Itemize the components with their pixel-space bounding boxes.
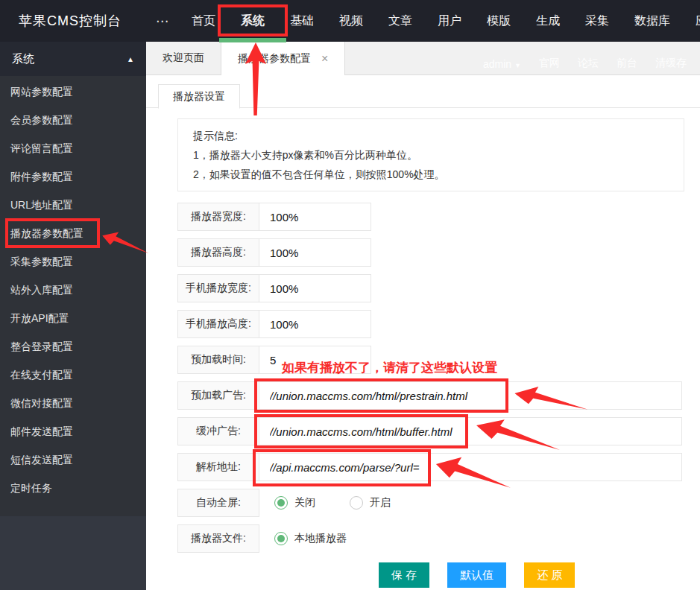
app-logo: 苹果CMS控制台 xyxy=(19,12,122,30)
player-height-input[interactable] xyxy=(259,247,371,259)
player-height-label: 播放器高度: xyxy=(177,238,259,267)
form-content: 提示信息: 1，播放器大小支持px像素和%百分比两种单位。 2，如果设置的值不包… xyxy=(146,108,700,588)
form-buttons: 保 存 默认值 还 原 xyxy=(379,562,700,588)
notice-line-2: 2，如果设置的值不包含任何单位，则按照100%处理。 xyxy=(193,165,669,184)
buffer-ad-input[interactable] xyxy=(259,425,681,438)
auto-fullscreen-label: 自动全屏: xyxy=(177,489,259,517)
radio-on-label: 开启 xyxy=(370,496,391,510)
link-clear-cache[interactable]: 清缓存 xyxy=(655,57,687,70)
save-button[interactable]: 保 存 xyxy=(379,562,429,588)
radio-on-icon[interactable] xyxy=(274,532,288,545)
preload-ad-label: 预加载广告: xyxy=(177,381,259,410)
parse-url-label: 解析地址: xyxy=(177,453,259,481)
nav-item-database[interactable]: 数据库 xyxy=(622,0,683,42)
form-row-player-file: 播放器文件: 本地播放器 xyxy=(177,524,700,553)
sidebar-item-attachment-config[interactable]: 附件参数配置 xyxy=(0,163,146,191)
sidebar-footer xyxy=(0,516,146,590)
mobile-height-input[interactable] xyxy=(259,318,371,331)
more-menu-icon[interactable]: ⋯ xyxy=(156,13,170,29)
player-width-input[interactable] xyxy=(259,211,371,223)
form-row-auto-fullscreen: 自动全屏: 关闭 开启 xyxy=(177,489,700,517)
radio-local-player-label: 本地播放器 xyxy=(294,532,347,545)
buffer-ad-label: 缓冲广告: xyxy=(177,417,259,445)
sidebar-item-external-store-config[interactable]: 站外入库配置 xyxy=(0,276,146,305)
nav-item-video[interactable]: 视频 xyxy=(327,0,376,42)
auto-fullscreen-options: 关闭 开启 xyxy=(274,489,391,517)
sidebar-item-wechat-config[interactable]: 微信对接配置 xyxy=(0,390,146,418)
sidebar-menu: 网站参数配置 会员参数配置 评论留言配置 附件参数配置 URL地址配置 播放器参… xyxy=(0,76,146,503)
form-row-parse-url: 解析地址: xyxy=(177,453,700,481)
preload-ad-input[interactable] xyxy=(259,390,681,402)
restore-button[interactable]: 还 原 xyxy=(524,562,575,588)
preload-time-label: 预加载时间: xyxy=(177,346,259,374)
close-icon[interactable]: × xyxy=(321,52,328,66)
form-row-preload-ad: 预加载广告: xyxy=(177,381,700,410)
nav-item-article[interactable]: 文章 xyxy=(376,0,425,42)
panel-tabs: 播放器设置 xyxy=(146,84,700,108)
form-row-preload-time: 预加载时间: xyxy=(177,346,700,374)
sidebar-group-label: 系统 xyxy=(12,52,34,66)
main-area: 欢迎页面 播放器参数配置 × admin▼ 官网 论坛 前台 清缓存 播放器设置… xyxy=(146,42,700,590)
user-dropdown[interactable]: admin▼ xyxy=(483,58,521,70)
nav-item-home[interactable]: 首页 xyxy=(179,0,228,42)
nav-item-user[interactable]: 用户 xyxy=(425,0,474,42)
radio-option-on[interactable]: 开启 xyxy=(350,496,391,510)
form-row-player-width: 播放器宽度: xyxy=(177,203,700,231)
link-forum[interactable]: 论坛 xyxy=(578,57,599,70)
form-row-mobile-width: 手机播放宽度: xyxy=(177,274,700,302)
mobile-width-label: 手机播放宽度: xyxy=(177,274,259,302)
parse-url-input[interactable] xyxy=(259,461,681,474)
user-toolbar: admin▼ 官网 论坛 前台 清缓存 xyxy=(483,42,687,75)
sidebar-item-url-config[interactable]: URL地址配置 xyxy=(0,191,146,220)
form-row-buffer-ad: 缓冲广告: xyxy=(177,417,700,445)
notice-line-1: 1，播放器大小支持px像素和%百分比两种单位。 xyxy=(193,145,669,165)
mobile-width-input[interactable] xyxy=(259,282,371,295)
player-width-label: 播放器宽度: xyxy=(177,203,259,231)
sidebar-item-collect-config[interactable]: 采集参数配置 xyxy=(0,248,146,276)
sidebar-item-open-api-config[interactable]: 开放API配置 xyxy=(0,305,146,333)
form-row-player-height: 播放器高度: xyxy=(177,238,700,267)
mobile-height-label: 手机播放高度: xyxy=(177,310,259,338)
radio-off-icon[interactable] xyxy=(350,496,363,510)
sidebar-item-integrated-login-config[interactable]: 整合登录配置 xyxy=(0,333,146,361)
sidebar-item-player-config-label: 播放器参数配置 xyxy=(10,227,83,241)
radio-option-off[interactable]: 关闭 xyxy=(274,496,315,510)
link-frontend[interactable]: 前台 xyxy=(617,57,637,70)
nav-item-basic[interactable]: 基础 xyxy=(277,0,327,42)
sidebar-item-player-config[interactable]: 播放器参数配置 xyxy=(0,220,146,248)
sidebar-item-cron-task[interactable]: 定时任务 xyxy=(0,475,146,503)
nav-item-system[interactable]: 系统 xyxy=(228,0,277,42)
chevron-up-icon: ▲ xyxy=(127,55,134,63)
nav-item-template[interactable]: 模版 xyxy=(474,0,523,42)
nav-item-system-label: 系统 xyxy=(241,13,265,29)
sidebar-item-email-config[interactable]: 邮件发送配置 xyxy=(0,418,146,446)
sidebar-item-member-config[interactable]: 会员参数配置 xyxy=(0,107,146,135)
link-official-site[interactable]: 官网 xyxy=(539,57,560,70)
sidebar: 系统 ▲ 网站参数配置 会员参数配置 评论留言配置 附件参数配置 URL地址配置… xyxy=(0,42,146,590)
sidebar-item-comment-config[interactable]: 评论留言配置 xyxy=(0,135,146,163)
player-file-options: 本地播放器 xyxy=(274,524,347,553)
tab-player-config[interactable]: 播放器参数配置 × xyxy=(221,42,345,75)
form-row-mobile-height: 手机播放高度: xyxy=(177,310,700,338)
username: admin xyxy=(483,58,511,70)
tab-player-settings[interactable]: 播放器设置 xyxy=(158,84,240,109)
chevron-down-icon: ▼ xyxy=(514,62,521,69)
top-header: 苹果CMS控制台 ⋯ 首页 系统 基础 视频 文章 用户 模版 生成 采集 数据… xyxy=(0,0,700,42)
nav-item-collect[interactable]: 采集 xyxy=(573,0,622,42)
notice-box: 提示信息: 1，播放器大小支持px像素和%百分比两种单位。 2，如果设置的值不包… xyxy=(177,118,684,191)
radio-on-icon[interactable] xyxy=(274,496,288,510)
sidebar-item-site-config[interactable]: 网站参数配置 xyxy=(0,78,146,107)
nav-item-apps[interactable]: 应用 xyxy=(683,0,700,42)
tab-player-config-label: 播放器参数配置 xyxy=(238,52,311,66)
sidebar-group-system[interactable]: 系统 ▲ xyxy=(0,42,146,76)
preload-time-input[interactable] xyxy=(259,354,371,367)
radio-option-local-player[interactable]: 本地播放器 xyxy=(274,532,347,545)
notice-title: 提示信息: xyxy=(193,126,669,145)
default-values-button[interactable]: 默认值 xyxy=(447,562,506,588)
sidebar-item-online-pay-config[interactable]: 在线支付配置 xyxy=(0,361,146,390)
tab-welcome[interactable]: 欢迎页面 xyxy=(146,42,221,74)
page-tabstrip: 欢迎页面 播放器参数配置 × admin▼ 官网 论坛 前台 清缓存 xyxy=(146,42,700,75)
nav-item-generate[interactable]: 生成 xyxy=(523,0,573,42)
sidebar-item-sms-config[interactable]: 短信发送配置 xyxy=(0,446,146,475)
player-file-label: 播放器文件: xyxy=(177,524,259,553)
